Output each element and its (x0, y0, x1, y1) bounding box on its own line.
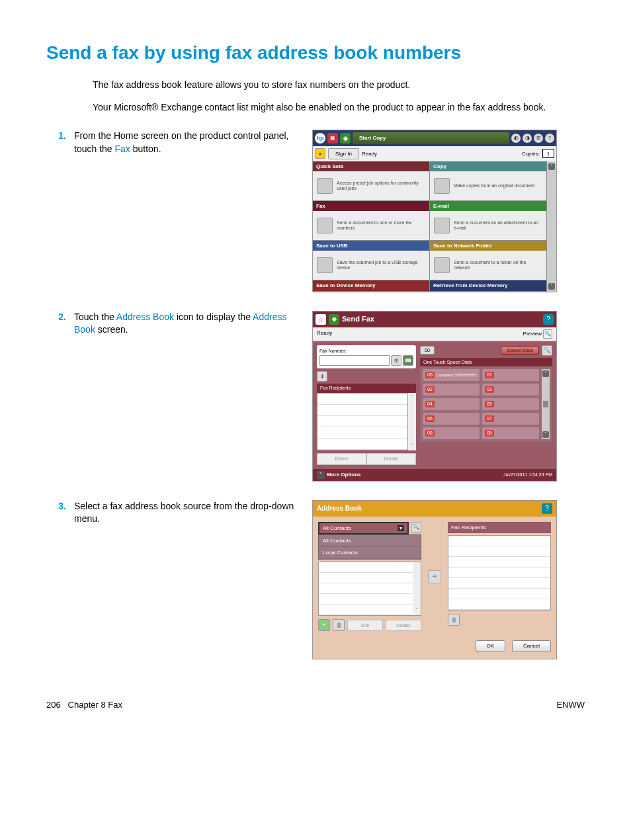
tile-copy[interactable]: Copy Make copies from an original docume… (430, 161, 547, 201)
help-icon[interactable]: ? (545, 134, 554, 143)
keypad-icon[interactable]: ⊞ (391, 355, 401, 366)
intro-p2: Your Microsoft® Exchange contact list mi… (93, 101, 585, 114)
start-copy-button[interactable]: Start Copy (353, 132, 509, 144)
speed-dial-cell[interactable]: 00Company 5555555555 (423, 369, 480, 381)
speed-dial-scrollbar[interactable]: ˄ ˅ (542, 369, 550, 439)
recipient-row[interactable] (317, 439, 407, 450)
recipient-row[interactable] (317, 394, 407, 405)
speed-dial-cell[interactable]: 03 (482, 384, 539, 396)
step-number: 2. (46, 311, 74, 324)
network-icon[interactable]: ⊞ (534, 134, 543, 143)
clock-icon[interactable]: ◑ (523, 134, 532, 143)
tile-quick-sets[interactable]: Quick Sets Access preset job options for… (313, 161, 430, 201)
speed-dial-cell[interactable]: 05 (482, 398, 539, 410)
speed-dial-index[interactable]: 00 (420, 346, 435, 355)
scroll-up-icon[interactable]: ˄ (542, 370, 549, 377)
speed-dial-cell[interactable]: 06 (423, 413, 480, 425)
help-icon[interactable]: ? (542, 503, 552, 514)
start-icon[interactable]: ◈ (329, 314, 339, 325)
fax-status-bar: Ready Preview🔍 (313, 327, 556, 341)
home-screen-screenshot: hp ✖ ◈ Start Copy ◐ ◑ ⊞ ? ● Sign In Read… (312, 130, 557, 292)
ok-button[interactable]: OK (476, 640, 506, 651)
delete-icon[interactable]: 🗑 (448, 614, 460, 626)
tile-save-network[interactable]: Save to Network Folder Send a document t… (430, 241, 547, 280)
dropdown-option[interactable]: Local Contacts (319, 547, 421, 559)
recipient-row[interactable] (448, 557, 550, 567)
speed-dial-cell[interactable]: 07 (482, 413, 539, 425)
copies-value[interactable]: 1 (542, 149, 554, 158)
speed-dial-cell[interactable]: 09 (482, 427, 539, 439)
contact-row[interactable] (319, 594, 413, 605)
tile-save-memory[interactable]: Save to Device Memory (313, 280, 430, 291)
scroll-down-icon[interactable]: ˅ (542, 431, 549, 438)
recipient-row[interactable] (448, 536, 550, 546)
scroll-up-icon[interactable]: ˄ (548, 163, 555, 170)
preview-button[interactable]: Preview🔍 (523, 329, 552, 339)
contacts-scrollbar[interactable]: ˅ (413, 562, 421, 615)
search-icon[interactable]: 🔍 (411, 522, 421, 532)
recipient-row[interactable] (448, 546, 550, 557)
tile-email[interactable]: E-mail Send a document as an attachment … (430, 201, 547, 241)
recipient-row[interactable] (448, 589, 550, 599)
recipient-row[interactable] (317, 416, 407, 427)
recipient-row[interactable] (317, 405, 407, 416)
source-dropdown[interactable]: All Contacts▼ 🔍 All Contacts Local Conta… (318, 522, 421, 560)
address-book-title: Address Book (317, 504, 362, 513)
cancel-button[interactable]: Cancel (512, 640, 551, 651)
start-icon[interactable]: ◈ (340, 133, 351, 144)
tile-fax[interactable]: Fax Send a document to one or more fax n… (313, 201, 430, 241)
step-number: 3. (46, 500, 74, 513)
step-3: 3. Select a fax address book source from… (46, 500, 585, 659)
step-3-text: Select a fax address book source from th… (74, 500, 312, 526)
search-icon[interactable]: 🔍 (542, 345, 552, 356)
email-icon (434, 218, 450, 233)
contact-row[interactable] (319, 562, 413, 573)
speed-dial-cell[interactable]: 04 (423, 398, 480, 410)
one-touch-header: One Touch Speed Dials (420, 358, 552, 367)
warning-icon[interactable]: ● (315, 148, 325, 159)
speed-dial-cell[interactable]: 08 (423, 427, 480, 439)
recipient-row[interactable] (448, 599, 550, 610)
speed-dials-button[interactable]: Speed Dials (501, 346, 539, 355)
stop-icon[interactable]: ✖ (327, 133, 338, 144)
contact-row[interactable] (319, 573, 413, 583)
delete-icon[interactable]: 🗑 (333, 619, 345, 631)
edit-button[interactable]: Edit (347, 620, 383, 632)
delete-button[interactable]: Delete (317, 453, 366, 465)
recipients-scrollbar[interactable]: ˄˅ (408, 393, 416, 450)
details-button[interactable]: Details (386, 620, 421, 632)
more-options-button[interactable]: ˅ More Options (317, 471, 361, 479)
contact-row[interactable] (319, 605, 413, 615)
chevron-down-icon: ˅ (317, 471, 325, 479)
help-icon[interactable]: ? (543, 314, 554, 325)
add-icon[interactable]: + (318, 619, 330, 631)
top-bar: hp ✖ ◈ Start Copy ◐ ◑ ⊞ ? (313, 130, 556, 146)
fax-number-input[interactable] (319, 355, 390, 366)
scrollbar[interactable]: ˄ ˅ (547, 161, 556, 292)
scroll-down-icon[interactable]: ˅ (548, 283, 555, 290)
recipient-row[interactable] (317, 427, 407, 439)
move-right-icon[interactable]: ➔ (428, 570, 441, 583)
step-2: 2. Touch the Address Book icon to displa… (46, 311, 585, 482)
details-button[interactable]: Details (366, 453, 416, 465)
status-icon[interactable]: ◐ (511, 134, 521, 143)
speed-dial-grid: 00Company 5555555555 01 02 03 04 05 06 0… (423, 369, 539, 439)
dropdown-option[interactable]: All Contacts (319, 535, 421, 547)
page-title: Send a fax by using fax address book num… (46, 40, 585, 65)
tile-save-usb[interactable]: Save to USB Save the scanned job to a US… (313, 241, 430, 280)
speed-dial-cell[interactable]: 02 (423, 384, 480, 396)
address-book-icon[interactable]: 📖 (403, 355, 413, 366)
tile-retrieve-memory[interactable]: Retrieve from Device Memory (430, 280, 547, 291)
preset-icon (317, 178, 333, 194)
recipient-row[interactable] (448, 567, 550, 578)
intro-p1: The fax address book feature allows you … (93, 79, 585, 92)
sign-in-button[interactable]: Sign In (328, 148, 359, 159)
home-icon[interactable]: ⌂ (316, 314, 326, 325)
chevron-down-icon: ▼ (398, 525, 404, 532)
ready-status: Ready (317, 329, 332, 339)
recipient-row[interactable] (448, 578, 550, 589)
speed-dial-cell[interactable]: 01 (482, 369, 539, 381)
send-fax-title: Send Fax (342, 314, 540, 324)
add-recipient-icon[interactable]: ⬇ (317, 371, 327, 382)
contact-row[interactable] (319, 583, 413, 594)
